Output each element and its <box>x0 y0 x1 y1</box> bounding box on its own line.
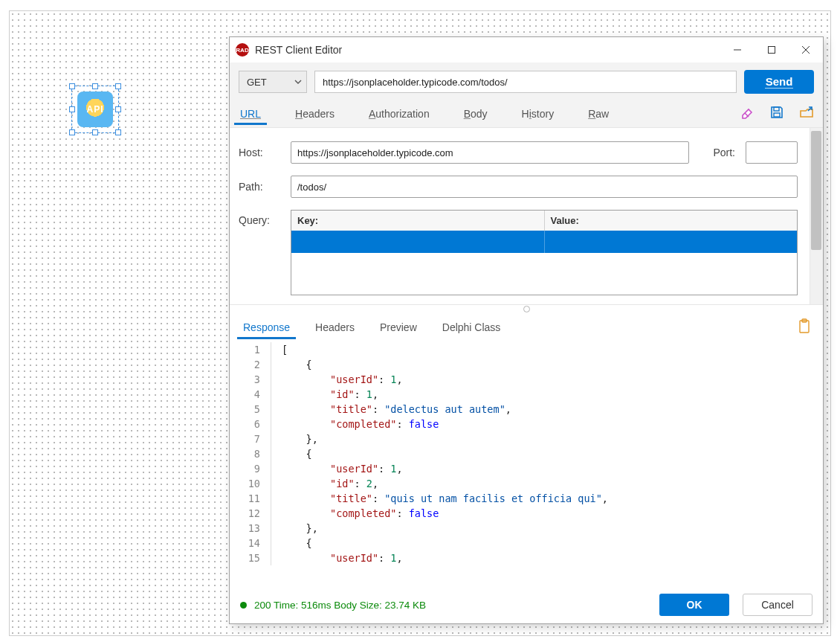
ok-button[interactable]: OK <box>659 594 729 616</box>
resize-handle-se[interactable] <box>115 129 121 135</box>
host-label: Host: <box>239 147 280 158</box>
resize-handle-nw[interactable] <box>69 83 75 89</box>
status-bar: 200 Time: 516ms Body Size: 23.74 KB OK C… <box>230 586 823 623</box>
code-line: 14 { <box>230 536 823 550</box>
tab-history[interactable]: History <box>520 103 556 124</box>
window-close-button[interactable] <box>789 37 823 62</box>
save-icon[interactable] <box>769 105 784 122</box>
window-minimize-button[interactable] <box>720 37 755 62</box>
port-input[interactable] <box>746 141 798 164</box>
code-line: 8 { <box>230 446 823 461</box>
rtab-headers[interactable]: Headers <box>314 317 356 338</box>
response-tabs: Response Headers Preview Delphi Class <box>230 312 823 338</box>
url-input[interactable]: https://jsonplaceholder.typicode.com/tod… <box>314 71 737 93</box>
resize-handle-ne[interactable] <box>115 83 121 89</box>
svg-rect-5 <box>774 113 780 117</box>
http-method-select[interactable]: GET <box>239 71 307 93</box>
rtab-delphi-class[interactable]: Delphi Class <box>441 317 503 338</box>
host-input[interactable]: https://jsonplaceholder.typicode.com <box>291 141 689 164</box>
url-params-pane: Host: https://jsonplaceholder.typicode.c… <box>230 128 823 305</box>
form-designer-surface[interactable]: API RAD REST Client Editor <box>9 10 831 636</box>
query-selected-row[interactable] <box>291 231 797 253</box>
code-line: 11 "title": "quis ut nam facilis et offi… <box>230 491 823 506</box>
port-label: Port: <box>713 147 735 158</box>
code-line: 4 "id": 1, <box>230 387 823 402</box>
code-line: 6 "completed": false <box>230 417 823 431</box>
vertical-scrollbar[interactable] <box>810 128 823 304</box>
api-component-selection[interactable]: API <box>71 86 119 133</box>
window-title: REST Client Editor <box>255 44 342 56</box>
app-icon: RAD <box>236 43 249 57</box>
scrollbar-thumb[interactable] <box>811 131 821 250</box>
chevron-down-icon <box>294 78 302 86</box>
resize-handle-s[interactable] <box>92 129 98 135</box>
resize-handle-e[interactable] <box>115 106 121 112</box>
status-dot-icon <box>240 602 247 609</box>
query-empty-area[interactable] <box>291 253 797 295</box>
response-body-viewer[interactable]: 1[2 {3 "userId": 1,4 "id": 1,5 "title": … <box>230 338 823 586</box>
status-text: 200 Time: 516ms Body Size: 23.74 KB <box>254 600 426 611</box>
code-line: 12 "completed": false <box>230 506 823 521</box>
code-line: 1[ <box>230 342 823 357</box>
code-line: 3 "userId": 1, <box>230 372 823 387</box>
splitter-handle[interactable] <box>230 305 823 312</box>
send-button[interactable]: Send <box>744 70 814 94</box>
cancel-button[interactable]: Cancel <box>743 594 812 616</box>
rest-client-window: RAD REST Client Editor GET <box>229 36 824 624</box>
rtab-response[interactable]: Response <box>242 317 291 338</box>
resize-handle-sw[interactable] <box>69 129 75 135</box>
code-line: 5 "title": "delectus aut autem", <box>230 402 823 417</box>
api-component-icon: API <box>77 92 113 127</box>
code-line: 15 "userId": 1, <box>230 550 823 565</box>
query-table[interactable]: Key: Value: <box>291 210 798 295</box>
path-input[interactable]: /todos/ <box>291 176 798 198</box>
window-maximize-button[interactable] <box>755 37 789 62</box>
svg-rect-1 <box>769 47 775 54</box>
tab-body[interactable]: Body <box>462 103 489 124</box>
open-icon[interactable] <box>799 105 814 122</box>
resize-handle-n[interactable] <box>92 83 98 89</box>
path-label: Path: <box>239 181 280 193</box>
clipboard-icon[interactable] <box>798 318 811 337</box>
code-line: 10 "id": 2, <box>230 476 823 491</box>
request-tabs: URL Headers Authorization Body History R… <box>230 100 823 128</box>
rtab-preview[interactable]: Preview <box>378 317 419 338</box>
query-label: Query: <box>239 210 280 295</box>
query-value-header: Value: <box>545 211 798 231</box>
tab-raw[interactable]: Raw <box>587 103 610 124</box>
titlebar[interactable]: RAD REST Client Editor <box>230 37 823 62</box>
request-row: GET https://jsonplaceholder.typicode.com… <box>230 62 823 100</box>
query-key-header: Key: <box>291 211 545 231</box>
tab-headers[interactable]: Headers <box>294 103 336 124</box>
code-line: 7 }, <box>230 431 823 446</box>
code-line: 2 { <box>230 357 823 372</box>
code-line: 9 "userId": 1, <box>230 461 823 476</box>
eraser-icon[interactable] <box>740 105 755 122</box>
resize-handle-w[interactable] <box>69 106 75 112</box>
tab-url[interactable]: URL <box>239 103 262 124</box>
tab-authorization[interactable]: Authorization <box>367 103 431 124</box>
code-line: 13 }, <box>230 521 823 536</box>
http-method-value: GET <box>247 77 267 88</box>
